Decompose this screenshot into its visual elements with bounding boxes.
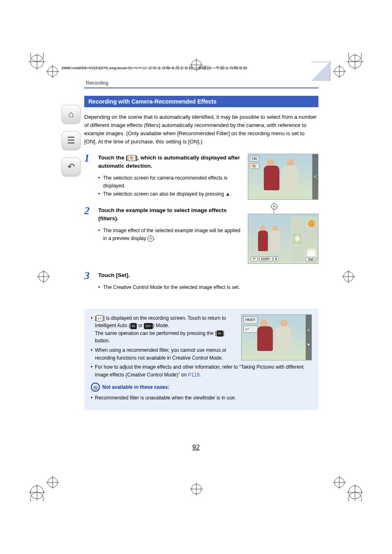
dot-icon: ● (307, 341, 310, 348)
info-bullet: [⮐] is displayed on the recording screen… (91, 314, 236, 345)
thumb-disp-button: DISP. (259, 256, 272, 261)
running-head: DMC-G6PDF-VQT4Z78_eng.book 92 ページ ２０１３年４… (62, 65, 330, 71)
callout-marker-a: A (271, 203, 277, 210)
overlay-hd-icon: HD (250, 156, 259, 162)
page-link-p119[interactable]: P119 (188, 372, 200, 378)
back-icon[interactable]: ↶ (62, 157, 81, 176)
step-bullet: The selection screen can also be display… (98, 190, 243, 198)
crop-mark-mid-right (341, 269, 356, 284)
toc-icon[interactable]: ☰ (62, 131, 81, 150)
chevron-left-icon: < (314, 174, 316, 179)
example-image-info: HKEY ⮐ < ● (241, 314, 312, 360)
step-title: Touch the [🎨], which is automatically di… (98, 154, 243, 171)
home-icon[interactable]: ⌂ (62, 105, 81, 124)
crop-mark-bottom-center (189, 482, 204, 496)
headline: Recording with Camera-Recommended Effect… (84, 96, 318, 107)
return-icon: ⮐ (96, 315, 103, 321)
info-bullet: Recommended filter is unavailable when t… (91, 394, 312, 402)
step-number: 3 (84, 270, 98, 281)
ia-icon: iA (130, 323, 137, 329)
thumb-info-button: ℹ (273, 256, 279, 261)
ia-plus-icon: iA+ (144, 323, 152, 329)
sidebar-nav: ⌂ ☰ ↶ (62, 105, 81, 176)
unavailable-heading: Not available in these cases: (91, 383, 312, 392)
crop-mark-bottom-left (28, 469, 61, 501)
intro-paragraph: Depending on the scene that is automatic… (84, 113, 318, 146)
crop-mark-top-right (331, 53, 364, 85)
overlay-palette-icon: 🎨 (250, 163, 259, 169)
thumb-back-button: ↶ (251, 256, 258, 261)
palette-icon: 🎨 (128, 155, 136, 161)
example-image-step2: A ↶ DISP (248, 214, 318, 264)
section-label: Recording (84, 80, 318, 86)
crop-mark-bottom-right (331, 469, 364, 501)
overlay-return-icon: ⮐ (243, 325, 258, 333)
step-bullet: The image effect of the selected example… (98, 227, 243, 242)
overlay-hkey-icon: HKEY (243, 316, 258, 324)
step-number: 2 (84, 205, 98, 216)
chevron-left-icon: < (307, 327, 310, 334)
callout-marker-a: A (148, 235, 154, 242)
crop-mark-top-left (28, 53, 61, 85)
step-title: Touch [Set]. (98, 271, 318, 279)
info-bullet: When using a recommended filter, you can… (91, 346, 236, 362)
step-bullet: The selection screen for camera-recommen… (98, 174, 243, 189)
step-bullet: The Creative Control Mode for the select… (98, 284, 318, 291)
crop-mark-mid-left (36, 269, 51, 284)
example-image-step1: HD 🎨 < (248, 154, 318, 200)
step-number: 1 (84, 153, 98, 164)
page-number: 92 (0, 444, 392, 451)
prohibited-icon (91, 383, 100, 392)
ia-button-icon: iA (217, 330, 223, 337)
info-box: [⮐] is displayed on the recording screen… (84, 309, 318, 410)
step-title: Touch the example image to select image … (98, 206, 243, 223)
section-rule (84, 88, 318, 88)
info-bullet: For how to adjust the image effects and … (91, 363, 312, 379)
thumb-set-button: Set (306, 257, 316, 262)
